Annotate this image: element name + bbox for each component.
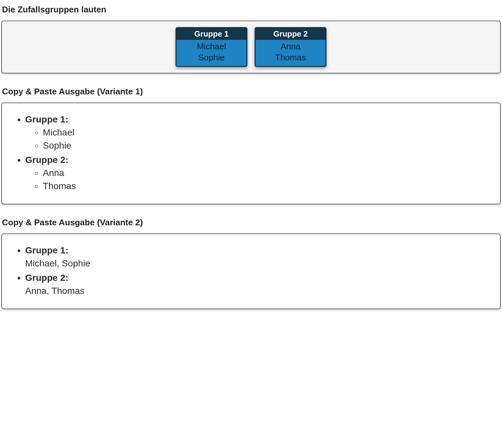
group-label: Gruppe 1:: [25, 245, 68, 255]
group-cards-row: Gruppe 1MichaelSophieGruppe 2AnnaThomas: [7, 25, 495, 69]
group-card-member: Thomas: [258, 52, 323, 63]
heading-variant2: Copy & Paste Ausgabe (Variante 2): [2, 217, 501, 228]
group-card-title: Gruppe 2: [256, 28, 326, 40]
heading-variant1: Copy & Paste Ausgabe (Variante 1): [2, 87, 501, 97]
variant2-group-item: Gruppe 1:Michael, Sophie: [25, 245, 495, 269]
group-label: Gruppe 2:: [25, 155, 68, 165]
variant2-group-item: Gruppe 2:Anna, Thomas: [25, 273, 495, 296]
variant1-group-item: Gruppe 1:MichaelSophie: [25, 114, 495, 151]
heading-groups-result: Die Zufallsgruppen lauten: [2, 5, 501, 15]
group-label: Gruppe 1:: [25, 114, 68, 124]
group-label: Gruppe 2:: [25, 273, 68, 283]
group-card-member: Michael: [179, 41, 244, 52]
variant2-members-inline: Michael, Sophie: [25, 258, 495, 269]
variant1-group-item: Gruppe 2:AnnaThomas: [25, 155, 495, 191]
groups-result-panel: Gruppe 1MichaelSophieGruppe 2AnnaThomas: [1, 21, 501, 73]
group-card: Gruppe 2AnnaThomas: [255, 27, 326, 67]
variant1-list: Gruppe 1:MichaelSophieGruppe 2:AnnaThoma…: [7, 114, 495, 191]
group-card: Gruppe 1MichaelSophie: [176, 27, 247, 67]
variant1-member-item: Michael: [43, 127, 495, 138]
variant1-member-item: Anna: [43, 168, 495, 178]
variant1-panel: Gruppe 1:MichaelSophieGruppe 2:AnnaThoma…: [1, 103, 501, 204]
group-card-body: MichaelSophie: [176, 40, 246, 66]
variant2-members-inline: Anna, Thomas: [25, 286, 495, 296]
variant1-member-item: Thomas: [43, 181, 495, 191]
variant1-members-list: MichaelSophie: [25, 127, 495, 151]
variant1-members-list: AnnaThomas: [25, 168, 495, 191]
group-card-title: Gruppe 1: [176, 28, 246, 40]
variant1-member-item: Sophie: [43, 140, 495, 151]
group-card-body: AnnaThomas: [256, 40, 326, 66]
group-card-member: Anna: [258, 41, 323, 52]
group-card-member: Sophie: [179, 52, 244, 63]
variant2-panel: Gruppe 1:Michael, SophieGruppe 2:Anna, T…: [1, 233, 501, 309]
variant2-list: Gruppe 1:Michael, SophieGruppe 2:Anna, T…: [7, 245, 495, 296]
